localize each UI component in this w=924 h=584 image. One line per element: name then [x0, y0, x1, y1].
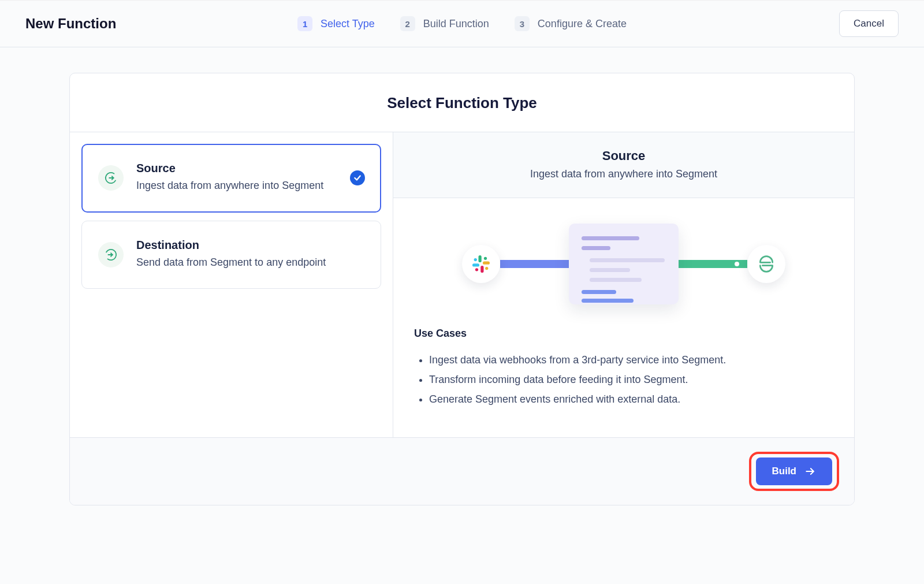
code-document-icon [569, 224, 679, 304]
step-label: Build Function [423, 18, 489, 30]
svg-point-8 [474, 258, 477, 261]
option-destination[interactable]: Destination Send data from Segment to an… [81, 221, 381, 289]
svg-point-10 [485, 267, 488, 270]
build-button[interactable]: Build [756, 457, 833, 485]
option-source[interactable]: Source Ingest data from anywhere into Se… [81, 144, 381, 213]
use-cases-heading: Use Cases [414, 328, 833, 340]
use-cases-list: Ingest data via webhooks from a 3rd-part… [414, 350, 833, 410]
export-arrow-icon [98, 165, 124, 191]
step-label: Select Type [321, 18, 375, 30]
svg-point-11 [475, 268, 478, 271]
use-case-item: Ingest data via webhooks from a 3rd-part… [429, 350, 833, 370]
step-label: Configure & Create [538, 18, 627, 30]
arrow-right-icon [804, 466, 816, 477]
step-select-type[interactable]: 1 Select Type [297, 16, 375, 31]
page-title: New Function [25, 16, 116, 32]
card-footer: Build [70, 437, 854, 505]
svg-point-14 [770, 258, 772, 259]
wizard-steps: 1 Select Type 2 Build Function 3 Configu… [297, 16, 627, 31]
option-detail-panel: Source Ingest data from anywhere into Se… [393, 132, 854, 437]
option-title: Destination [136, 239, 364, 252]
svg-rect-6 [480, 266, 483, 273]
cancel-button[interactable]: Cancel [839, 10, 899, 37]
detail-illustration [393, 198, 854, 328]
card-title: Select Function Type [70, 73, 854, 132]
page-header: New Function 1 Select Type 2 Build Funct… [0, 0, 924, 47]
step-build-function[interactable]: 2 Build Function [400, 16, 489, 31]
svg-point-9 [484, 257, 487, 260]
function-type-options: Source Ingest data from anywhere into Se… [70, 132, 393, 437]
svg-point-15 [761, 269, 763, 270]
svg-rect-7 [472, 263, 479, 266]
build-button-highlight: Build [749, 452, 840, 491]
slack-icon [462, 245, 500, 283]
option-description: Ingest data from anywhere into Segment [136, 177, 364, 195]
import-arrow-icon [98, 242, 124, 267]
svg-rect-4 [479, 255, 482, 262]
step-number: 1 [297, 16, 312, 31]
check-icon [350, 170, 365, 185]
step-configure-create[interactable]: 3 Configure & Create [515, 16, 627, 31]
function-type-card: Select Function Type Source Ingest data … [69, 73, 855, 505]
svg-rect-5 [483, 262, 490, 265]
option-title: Source [136, 162, 364, 175]
use-case-item: Transform incoming data before feeding i… [429, 370, 833, 389]
segment-icon [747, 245, 785, 283]
detail-header: Source Ingest data from anywhere into Se… [393, 132, 854, 198]
detail-title: Source [411, 148, 837, 163]
connector-left [500, 260, 569, 268]
use-case-item: Generate Segment events enriched with ex… [429, 389, 833, 409]
use-cases-section: Use Cases Ingest data via webhooks from … [393, 328, 854, 437]
connector-right [679, 260, 747, 268]
step-number: 3 [515, 16, 530, 31]
option-description: Send data from Segment to any endpoint [136, 254, 364, 271]
detail-subtitle: Ingest data from anywhere into Segment [411, 168, 837, 180]
build-button-label: Build [772, 466, 797, 477]
step-number: 2 [400, 16, 415, 31]
